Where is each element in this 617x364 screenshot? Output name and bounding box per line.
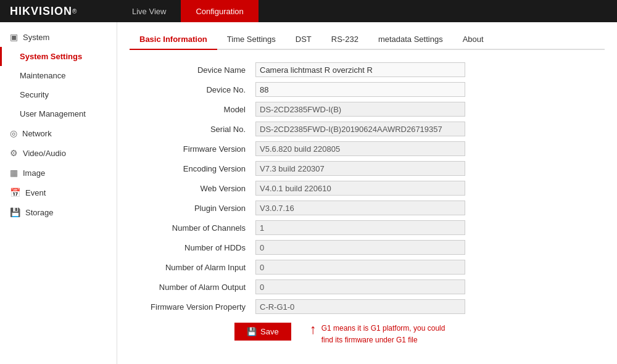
nav-tab-live-view[interactable]: Live View <box>117 0 181 22</box>
video/audio-icon: ⚙ <box>10 148 18 158</box>
field-input-model <box>255 102 465 117</box>
save-icon: 💾 <box>247 327 257 336</box>
form-row: Device No. <box>130 80 605 99</box>
sidebar-item-system[interactable]: ▣System <box>0 27 117 47</box>
field-label: Device No. <box>130 80 253 99</box>
sidebar-label: Video/Audio <box>23 149 66 158</box>
field-label: Model <box>130 99 253 119</box>
form-row: Number of HDDs <box>130 238 605 257</box>
field-label: Number of Alarm Input <box>130 257 253 277</box>
sidebar-item-user-management[interactable]: User Management <box>0 104 117 123</box>
field-input-web-version <box>255 181 465 196</box>
save-button[interactable]: 💾 Save <box>234 323 291 341</box>
sidebar-item-video-audio[interactable]: ⚙Video/Audio <box>0 143 117 163</box>
form-row: Encoding Version <box>130 159 605 178</box>
sidebar-label: Image <box>23 168 45 178</box>
save-label: Save <box>260 327 279 336</box>
tab-rs-232[interactable]: RS-232 <box>321 30 368 50</box>
sidebar-item-maintenance[interactable]: Maintenance <box>0 66 117 85</box>
field-label: Plugin Version <box>130 198 253 218</box>
field-input-number-of-alarm-output <box>255 279 465 294</box>
field-input-device-name[interactable] <box>255 62 465 77</box>
field-label: Firmware Version Property <box>130 297 253 316</box>
sidebar-label: Event <box>25 188 46 197</box>
sidebar-item-system-settings[interactable]: System Settings <box>0 47 117 66</box>
sidebar-item-network[interactable]: ◎Network <box>0 123 117 143</box>
content-area: Basic InformationTime SettingsDSTRS-232m… <box>117 22 617 364</box>
field-label: Firmware Version <box>130 139 253 159</box>
sidebar-label: Maintenance <box>20 71 65 80</box>
form-row: Firmware Version <box>130 139 605 159</box>
sidebar-label: Security <box>20 90 49 99</box>
tab-basic-information[interactable]: Basic Information <box>130 30 217 50</box>
top-nav: HIKVISION® Live ViewConfiguration <box>0 0 617 22</box>
field-label: Number of HDDs <box>130 238 253 257</box>
arrow-up-icon: ↑ <box>310 323 317 336</box>
field-label: Web Version <box>130 178 253 198</box>
field-input-plugin-version <box>255 201 465 215</box>
tab-dst[interactable]: DST <box>286 30 321 50</box>
form-row: Serial No. <box>130 119 605 139</box>
nav-tab-configuration[interactable]: Configuration <box>181 0 258 22</box>
sidebar-item-security[interactable]: Security <box>0 85 117 104</box>
field-label: Number of Alarm Output <box>130 277 253 297</box>
system-icon: ▣ <box>10 32 18 42</box>
sidebar-item-storage[interactable]: 💾Storage <box>0 202 117 222</box>
form-row: Number of Alarm Output <box>130 277 605 297</box>
field-label: Number of Channels <box>130 218 253 238</box>
logo: HIKVISION® <box>0 5 117 18</box>
field-input-number-of-alarm-input <box>255 260 465 275</box>
sidebar-label: System <box>23 33 49 42</box>
tab-time-settings[interactable]: Time Settings <box>217 30 286 50</box>
sidebar: ▣SystemSystem SettingsMaintenanceSecurit… <box>0 22 117 364</box>
storage-icon: 💾 <box>10 207 20 217</box>
logo-text: HIKVISION <box>10 5 72 18</box>
field-input-number-of-channels <box>255 220 465 235</box>
network-icon: ◎ <box>10 128 17 138</box>
event-icon: 📅 <box>10 188 20 197</box>
form-row: Firmware Version Property <box>130 297 605 316</box>
field-input-firmware-version <box>255 141 465 156</box>
annotation-text: G1 means it is G1 platform, you could fi… <box>321 323 445 346</box>
field-input-serial-no <box>255 122 465 136</box>
field-label: Serial No. <box>130 119 253 139</box>
field-input-number-of-hdds <box>255 240 465 255</box>
field-input-encoding-version <box>255 161 465 176</box>
sidebar-label: System Settings <box>20 52 82 61</box>
form-row: Web Version <box>130 178 605 198</box>
top-nav-tabs: Live ViewConfiguration <box>117 0 259 22</box>
form-row: Model <box>130 99 605 119</box>
field-input-device-no[interactable] <box>255 82 465 97</box>
sidebar-item-event[interactable]: 📅Event <box>0 183 117 202</box>
form-row: Plugin Version <box>130 198 605 218</box>
sidebar-item-image[interactable]: ▦Image <box>0 163 117 183</box>
main-layout: ▣SystemSystem SettingsMaintenanceSecurit… <box>0 22 617 364</box>
tab-metadata-settings[interactable]: metadata Settings <box>368 30 453 50</box>
sidebar-label: User Management <box>20 109 86 118</box>
field-label: Device Name <box>130 60 253 80</box>
tab-bar: Basic InformationTime SettingsDSTRS-232m… <box>130 30 605 50</box>
field-input-firmware-version-property <box>255 299 465 314</box>
form-row: Number of Alarm Input <box>130 257 605 277</box>
tab-about[interactable]: About <box>453 30 494 50</box>
form-row: Number of Channels <box>130 218 605 238</box>
field-label: Encoding Version <box>130 159 253 178</box>
form-row: Device Name <box>130 60 605 80</box>
image-icon: ▦ <box>10 168 18 178</box>
logo-reg: ® <box>72 8 77 15</box>
form-table: Device NameDevice No.ModelSerial No.Firm… <box>130 60 605 316</box>
sidebar-label: Network <box>22 129 52 138</box>
sidebar-label: Storage <box>25 208 54 217</box>
